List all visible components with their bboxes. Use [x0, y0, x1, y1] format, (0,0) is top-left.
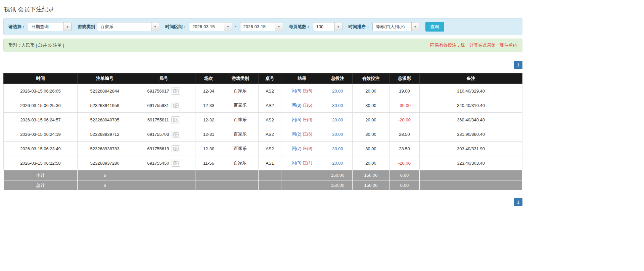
footer-cell [281, 180, 323, 191]
cell-note: 310.40/329.40 [420, 84, 522, 98]
date-from-select[interactable]: 2026-03-15 ▾ [189, 22, 232, 31]
footer-cell [222, 180, 259, 191]
cards-icon[interactable] [172, 131, 180, 138]
footer-cell [259, 180, 281, 191]
result-player: 闲(9) [292, 160, 302, 165]
table-row: 2026-03-15 06:23:49523268938783691755619… [4, 142, 522, 156]
footer-cell: 150.00 [353, 170, 389, 180]
cell-session: 12-34 [195, 84, 222, 98]
payout-value: -20.00 [398, 161, 411, 166]
cell-time: 2026-03-15 06:23:49 [4, 142, 78, 156]
payout-value: 19.00 [399, 89, 410, 94]
cell-result: 闲(5) 庄(6) [281, 84, 323, 98]
cell-payout: 19.00 [389, 84, 420, 98]
column-header: 有效投注 [353, 73, 389, 84]
chevron-down-icon[interactable]: ▾ [411, 22, 419, 31]
cell-note: 303.40/331.90 [420, 142, 522, 156]
cell-time: 2026-03-15 06:25:36 [4, 98, 78, 113]
page-button-1[interactable]: 1 [514, 198, 522, 206]
summary-note: 同局有效投注，统一计算在该局第一张注单内 [430, 42, 517, 48]
payout-value: -20.00 [398, 117, 411, 122]
page-size-select[interactable]: 100 ▾ [313, 22, 342, 31]
total-bet-link[interactable]: 20.00 [332, 161, 343, 166]
cell-result: 闲(2) 庄(6) [281, 127, 323, 142]
cell-game-type: 百家乐 [222, 84, 259, 98]
total-bet-link[interactable]: 30.00 [332, 103, 343, 108]
chevron-down-icon[interactable]: ▾ [275, 22, 283, 31]
cell-round: 691755811 [132, 113, 195, 127]
footer-cell: 小计 [4, 170, 78, 180]
cell-payout: -20.00 [389, 113, 420, 127]
date-to-select[interactable]: 2026-03-15 ▾ [240, 22, 283, 31]
cards-icon[interactable] [171, 116, 180, 123]
footer-cell [281, 170, 323, 180]
cell-session: 12-31 [195, 127, 222, 142]
cell-table-no: AS1 [259, 156, 281, 170]
cards-icon[interactable] [172, 88, 180, 95]
cell-game-type: 百家乐 [222, 113, 259, 127]
filter-bar: 请选择： 日期查询 ▾ 游戏类别 百家乐 ▾ 时间区间： 2026-03-15 … [3, 18, 522, 35]
table-row: 2026-03-15 06:24:57523268940785691755811… [4, 113, 522, 127]
cell-valid-bet: 20.00 [353, 156, 389, 170]
cell-game-type: 百家乐 [222, 156, 259, 170]
column-header: 注单编号 [78, 73, 132, 84]
total-bet-link[interactable]: 30.00 [332, 146, 343, 151]
date-to-value: 2026-03-15 [240, 22, 275, 31]
cell-bet-id: 523268941959 [78, 98, 132, 113]
cell-bet-id: 523268939712 [78, 127, 132, 142]
cell-valid-bet: 30.00 [353, 142, 389, 156]
cell-session: 12-32 [195, 113, 222, 127]
chevron-down-icon[interactable]: ▾ [151, 22, 159, 31]
cell-total-bet: 30.00 [323, 98, 353, 113]
page-size-value: 100 [313, 22, 334, 31]
column-header: 备注 [420, 73, 522, 84]
chevron-down-icon[interactable]: ▾ [334, 22, 342, 31]
result-player: 闲(5) [292, 88, 302, 93]
chevron-down-icon[interactable]: ▾ [63, 22, 71, 31]
total-bet-link[interactable]: 30.00 [332, 132, 343, 137]
query-type-select[interactable]: 日期查询 ▾ [28, 22, 72, 31]
round-number: 691755450 [147, 161, 169, 166]
range-tilde: ~ [235, 24, 237, 29]
chevron-down-icon[interactable]: ▾ [224, 22, 232, 31]
time-range-label: 时间区间： [165, 24, 187, 30]
cell-session: 12-33 [195, 98, 222, 113]
cell-round: 691755619 [132, 142, 195, 156]
column-header: 结果 [281, 73, 323, 84]
query-type-label: 请选择： [8, 24, 26, 30]
round-number: 691755703 [147, 132, 169, 137]
round-number: 691755811 [147, 117, 169, 122]
bet-records-table: 时间注单编号局号场次游戏类别桌号结果总投注有效投注总派彩备注 2026-03-1… [3, 73, 522, 191]
result-player: 闲(2) [292, 131, 302, 137]
cell-total-bet: 30.00 [323, 127, 353, 142]
result-banker: 庄(1) [303, 160, 312, 165]
footer-cell: 6 [78, 180, 132, 191]
cell-session: 11-56 [195, 156, 222, 170]
column-header: 总投注 [323, 73, 353, 84]
table-row: 2026-03-15 06:26:05523268942844691756017… [4, 84, 522, 98]
total-bet-link[interactable]: 20.00 [332, 117, 343, 122]
search-button[interactable]: 查询 [425, 22, 444, 32]
cards-icon[interactable] [172, 160, 180, 167]
result-banker: 庄(6) [303, 131, 312, 137]
cell-bet-id: 523268938783 [78, 142, 132, 156]
result-player: 闲(5) [292, 117, 302, 122]
game-type-select[interactable]: 百家乐 ▾ [97, 22, 159, 31]
cell-note: 331.90/360.40 [420, 127, 522, 142]
cell-valid-bet: 20.00 [353, 84, 389, 98]
cards-icon[interactable] [172, 145, 180, 152]
total-bet-link[interactable]: 20.00 [332, 89, 343, 94]
cards-icon-glyph [173, 147, 179, 151]
column-header: 局号 [132, 73, 195, 84]
time-sort-select[interactable]: 降幂(由大到小) ▾ [372, 22, 419, 31]
cards-icon-glyph [173, 161, 179, 165]
cell-table-no: AS2 [259, 142, 281, 156]
cards-icon[interactable] [172, 102, 180, 109]
table-row: 2026-03-15 06:25:36523268941959691755931… [4, 98, 522, 113]
cell-total-bet: 30.00 [323, 142, 353, 156]
footer-cell [420, 180, 522, 191]
cell-time: 2026-03-15 06:22:58 [4, 156, 78, 170]
cell-result: 闲(8) 庄(6) [281, 98, 323, 113]
cell-total-bet: 20.00 [323, 113, 353, 127]
page-button-1[interactable]: 1 [514, 61, 522, 69]
